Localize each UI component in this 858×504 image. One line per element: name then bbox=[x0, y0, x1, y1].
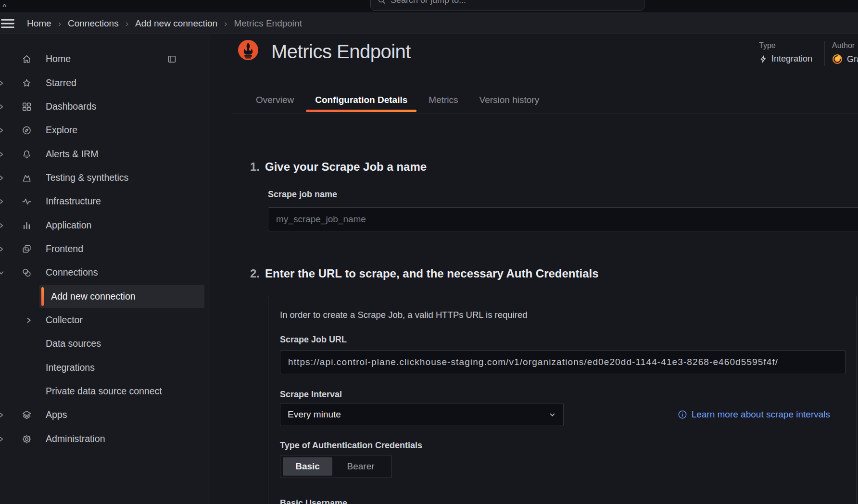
bar-chart-icon bbox=[21, 220, 32, 231]
tab-configuration-details[interactable]: Configuration Details bbox=[304, 87, 418, 113]
chevron-right-icon[interactable] bbox=[0, 222, 4, 228]
sidebar-item-label: Administration bbox=[46, 433, 105, 444]
sidebar-item-label: Home bbox=[46, 53, 71, 64]
scrape-interval-label: Scrape Interval bbox=[280, 390, 342, 400]
chevron-right-icon[interactable] bbox=[0, 103, 4, 110]
breadcrumb-separator: › bbox=[58, 18, 61, 29]
sidebar-item-label: Connections bbox=[46, 267, 98, 278]
layers-icon bbox=[21, 409, 32, 420]
sidebar-item-label: Explore bbox=[46, 125, 77, 136]
sidebar-item-alerts-irm[interactable]: Alerts & IRM bbox=[0, 142, 210, 166]
sidebar-item-administration[interactable]: Administration bbox=[0, 427, 210, 451]
scrape-interval-select[interactable]: Every minute bbox=[280, 403, 564, 426]
step1-heading: 1.Give your Scrape Job a name bbox=[250, 160, 427, 174]
prometheus-icon bbox=[238, 40, 258, 60]
breadcrumb: Home › Connections › Add new connection … bbox=[27, 18, 302, 29]
scrape-job-url-label: Scrape Job URL bbox=[280, 335, 347, 345]
chevron-right-icon[interactable] bbox=[0, 436, 4, 442]
dock-sidebar-icon[interactable] bbox=[167, 54, 177, 63]
sidebar-item-label: Dashboards bbox=[46, 101, 96, 112]
sidebar-nav: Home Starred Dashboards bbox=[0, 34, 210, 504]
meta-type-block: Type Integration bbox=[759, 41, 812, 64]
breadcrumb-home[interactable]: Home bbox=[27, 18, 51, 29]
auth-option-basic[interactable]: Basic bbox=[283, 457, 332, 476]
search-icon bbox=[378, 0, 386, 4]
page-title: Metrics Endpoint bbox=[271, 40, 411, 63]
main-content: Metrics Endpoint Type Integration Author bbox=[211, 34, 858, 504]
chevron-down-icon bbox=[549, 411, 556, 418]
scrape-job-name-input[interactable] bbox=[268, 207, 858, 231]
active-row-accent-bar bbox=[41, 287, 44, 306]
chevron-right-icon[interactable] bbox=[0, 246, 4, 252]
sidebar-item-data-sources[interactable]: Data sources bbox=[0, 332, 210, 355]
breadcrumb-separator: › bbox=[126, 18, 128, 29]
sidebar-item-label: Private data source connect bbox=[46, 386, 162, 397]
sidebar-item-application[interactable]: Application bbox=[0, 214, 210, 237]
tab-overview[interactable]: Overview bbox=[245, 87, 304, 113]
sidebar-item-starred[interactable]: Starred bbox=[0, 71, 210, 95]
sidebar-item-dashboards[interactable]: Dashboards bbox=[0, 95, 210, 118]
sidebar-item-label: Add new connection bbox=[51, 291, 136, 302]
sidebar-item-apps[interactable]: Apps bbox=[0, 403, 210, 427]
learn-more-label: Learn more about scrape intervals bbox=[692, 409, 830, 420]
type-value: Integration bbox=[771, 54, 812, 64]
panel-note: In order to create a Scrape Job, a valid… bbox=[280, 310, 527, 320]
connections-icon bbox=[21, 267, 32, 278]
info-circle-icon bbox=[678, 410, 687, 419]
sidebar-item-private-data-source-connect[interactable]: Private data source connect bbox=[0, 379, 210, 403]
breadcrumb-connections[interactable]: Connections bbox=[68, 18, 119, 29]
tab-version-history[interactable]: Version history bbox=[469, 87, 550, 113]
caret-glyph: ^ bbox=[2, 2, 7, 11]
sidebar-item-integrations[interactable]: Integrations bbox=[0, 356, 210, 379]
step1-title: Give your Scrape Job a name bbox=[265, 160, 427, 173]
sidebar-item-add-new-connection[interactable]: Add new connection bbox=[0, 285, 210, 308]
pulse-icon bbox=[21, 196, 32, 207]
chevron-down-icon[interactable] bbox=[0, 269, 4, 276]
tab-metrics[interactable]: Metrics bbox=[418, 87, 468, 113]
sidebar-item-infrastructure[interactable]: Infrastructure bbox=[0, 189, 210, 213]
breadcrumb-add-new-connection[interactable]: Add new connection bbox=[135, 18, 217, 29]
sidebar-item-explore[interactable]: Explore bbox=[0, 118, 210, 142]
sidebar-item-testing-synthetics[interactable]: Testing & synthetics bbox=[0, 166, 210, 189]
sidebar-item-home[interactable]: Home bbox=[0, 47, 210, 71]
auth-option-bearer[interactable]: Bearer bbox=[332, 457, 389, 476]
step2-title: Enter the URL to scrape, and the necessa… bbox=[265, 267, 599, 280]
sidebar-item-connections[interactable]: Connections bbox=[0, 261, 210, 284]
chevron-right-icon[interactable] bbox=[25, 316, 32, 324]
sidebar-item-label: Alerts & IRM bbox=[46, 149, 98, 160]
bell-icon bbox=[21, 149, 32, 160]
sidebar-item-label: Starred bbox=[46, 77, 76, 88]
search-placeholder: Search or jump to... bbox=[391, 0, 466, 5]
author-value: Grafana bbox=[847, 54, 858, 64]
breadcrumb-separator: › bbox=[224, 18, 227, 29]
search-input[interactable]: Search or jump to... bbox=[370, 0, 644, 11]
scrape-interval-value: Every minute bbox=[288, 409, 341, 420]
breadcrumb-bar: Home › Connections › Add new connection … bbox=[0, 13, 858, 34]
sidebar-item-frontend[interactable]: Frontend bbox=[0, 237, 210, 261]
dashboards-icon bbox=[21, 101, 32, 112]
chevron-right-icon[interactable] bbox=[0, 151, 4, 157]
chevron-right-icon[interactable] bbox=[0, 127, 4, 133]
meta-divider bbox=[824, 41, 825, 66]
hamburger-menu-icon[interactable] bbox=[1, 18, 15, 29]
top-strip: ^ Search or jump to... bbox=[0, 0, 858, 13]
chevron-right-icon[interactable] bbox=[0, 412, 4, 418]
step2-heading: 2.Enter the URL to scrape, and the neces… bbox=[250, 267, 599, 280]
lightning-bolt-icon bbox=[759, 55, 767, 63]
chevron-right-icon[interactable] bbox=[0, 175, 4, 181]
scrape-job-url-input[interactable] bbox=[280, 350, 845, 374]
scrape-config-panel: In order to create a Scrape Job, a valid… bbox=[268, 296, 857, 504]
grafana-logo-icon bbox=[832, 54, 843, 64]
breadcrumb-metrics-endpoint: Metrics Endpoint bbox=[234, 18, 302, 29]
auth-type-label: Type of Authentication Credentials bbox=[280, 441, 422, 451]
sidebar-item-collector[interactable]: Collector bbox=[0, 308, 210, 332]
gear-icon bbox=[21, 433, 32, 444]
tab-bar-divider bbox=[232, 113, 858, 113]
chevron-right-icon[interactable] bbox=[0, 198, 4, 204]
step1-number: 1. bbox=[250, 160, 260, 173]
k6-mountain-icon bbox=[21, 172, 32, 183]
learn-more-link[interactable]: Learn more about scrape intervals bbox=[678, 403, 830, 426]
chevron-right-icon[interactable] bbox=[0, 80, 4, 86]
sidebar-item-label: Data sources bbox=[46, 338, 101, 349]
auth-type-toggle: Basic Bearer bbox=[280, 455, 392, 478]
